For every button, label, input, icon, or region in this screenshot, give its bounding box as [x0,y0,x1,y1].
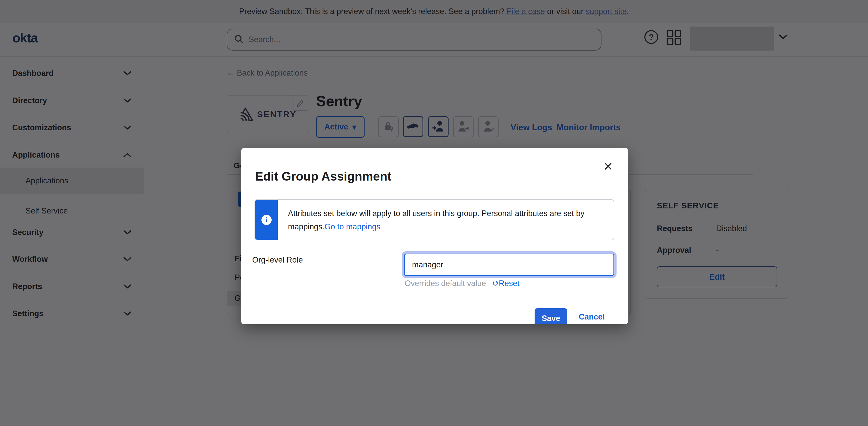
cancel-button[interactable]: Cancel [579,312,605,322]
modal-title: Edit Group Assignment [255,169,391,183]
overrides-helper-text: Overrides default value [405,279,486,288]
okta-admin-screen: Preview Sandbox: This is a preview of ne… [0,0,868,426]
edit-group-assignment-modal: Edit Group Assignment i Attributes set b… [241,148,628,324]
org-level-role-label: Org-level Role [252,255,303,265]
org-level-role-input[interactable] [404,253,614,276]
reset-icon: ↺ [492,279,499,288]
info-alert-bar: i [255,200,278,240]
info-alert: i Attributes set below will apply to all… [254,199,614,240]
info-icon: i [261,215,272,225]
save-button[interactable]: Save [535,308,567,324]
reset-link[interactable]: ↺Reset [492,279,520,288]
go-to-mappings-link[interactable]: Go to mappings [324,222,380,231]
close-icon[interactable] [603,161,613,171]
